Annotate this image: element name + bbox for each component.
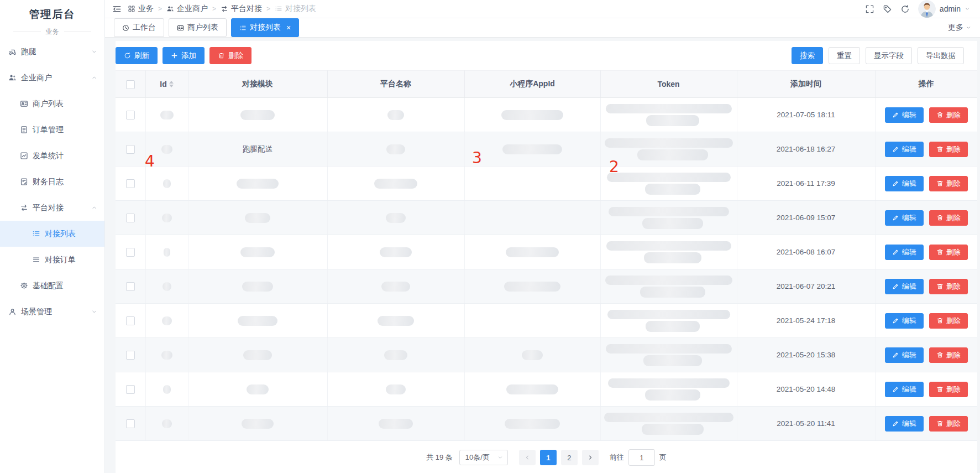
row-actions: 编辑删除 <box>876 313 977 329</box>
sidebar: 管理后台 业务 跑腿企业商户商户列表订单管理发单统计财务日志平台对接对接列表对接… <box>0 0 105 473</box>
pencil-icon <box>892 351 899 358</box>
sortable-header[interactable]: Id <box>160 80 173 89</box>
delete-button[interactable]: 删除 <box>929 416 968 432</box>
edit-button[interactable]: 编辑 <box>885 245 924 260</box>
edit-button[interactable]: 编辑 <box>885 142 924 157</box>
sidebar-item-label: 企业商户 <box>21 73 52 83</box>
page-number-2[interactable]: 2 <box>561 450 578 465</box>
delete-button[interactable]: 删除 <box>929 279 968 294</box>
tab-merchant-list[interactable]: 商户列表 <box>169 18 227 37</box>
delete-button[interactable]: 删除 <box>929 176 968 191</box>
id-cell <box>145 304 188 338</box>
edit-button[interactable]: 编辑 <box>885 279 924 294</box>
row-checkbox[interactable] <box>126 248 135 257</box>
row-checkbox[interactable] <box>126 214 135 222</box>
page-list: 12 <box>540 450 578 465</box>
delete-button[interactable]: 删除 <box>929 210 968 226</box>
edit-button[interactable]: 编辑 <box>885 382 924 397</box>
add-button[interactable]: 添加 <box>163 47 205 64</box>
token-blur-group <box>601 205 736 231</box>
refresh-icon[interactable] <box>900 4 910 14</box>
user-menu[interactable]: admin <box>918 0 970 18</box>
row-checkbox[interactable] <box>126 179 135 188</box>
row-checkbox[interactable] <box>126 316 135 325</box>
export-data-button[interactable]: 导出数据 <box>918 47 964 64</box>
redacted-blur <box>386 384 406 394</box>
breadcrumb-item-platform-docking[interactable]: 平台对接 <box>221 4 262 14</box>
select-all-checkbox[interactable] <box>126 80 135 89</box>
sidebar-item-docking-list[interactable]: 对接列表 <box>0 221 104 247</box>
redacted-blur <box>386 213 406 223</box>
sidebar-item-order-management[interactable]: 订单管理 <box>0 117 104 143</box>
sidebar-item-merchant-list[interactable]: 商户列表 <box>0 91 104 117</box>
chart-icon <box>20 152 28 160</box>
row-checkbox[interactable] <box>126 385 135 394</box>
row-select-cell <box>116 201 145 235</box>
edit-button[interactable]: 编辑 <box>885 347 924 363</box>
edit-button[interactable]: 编辑 <box>885 313 924 329</box>
sidebar-item-dispatch-stats[interactable]: 发单统计 <box>0 143 104 169</box>
next-page-button[interactable] <box>582 450 599 465</box>
page-size-select[interactable]: 10条/页 <box>459 450 508 465</box>
chevron-down-icon <box>497 455 503 460</box>
tab-docking-list[interactable]: 对接列表× <box>231 18 299 37</box>
redacted-blur <box>606 241 731 251</box>
sidebar-item-platform-docking[interactable]: 平台对接 <box>0 195 104 221</box>
trash-icon <box>218 52 225 59</box>
col-header-select-all[interactable] <box>116 71 145 98</box>
goto-page-input[interactable] <box>628 449 655 466</box>
delete-button[interactable]: 删除 <box>929 313 968 329</box>
platform-name-cell <box>327 235 464 269</box>
breadcrumb-separator: > <box>158 5 162 13</box>
edit-button-label: 编辑 <box>902 316 916 326</box>
row-checkbox[interactable] <box>126 419 135 428</box>
reset-button[interactable]: 重置 <box>829 47 860 64</box>
delete-button[interactable]: 删除 <box>929 107 968 123</box>
edit-button[interactable]: 编辑 <box>885 210 924 226</box>
edit-button[interactable]: 编辑 <box>885 107 924 123</box>
breadcrumb-item-enterprise-merchant[interactable]: 企业商户 <box>166 4 208 14</box>
sidebar-item-basic-config[interactable]: 基础配置 <box>0 273 104 299</box>
col-header-id[interactable]: Id <box>145 71 188 98</box>
row-select-cell <box>116 304 145 338</box>
row-checkbox[interactable] <box>126 111 135 119</box>
collapse-sidebar-icon[interactable] <box>112 4 122 14</box>
token-blur-group <box>601 377 736 402</box>
close-icon[interactable]: × <box>286 24 291 32</box>
row-checkbox[interactable] <box>126 282 135 291</box>
breadcrumb-item-docking-list[interactable]: 对接列表 <box>275 4 316 14</box>
sidebar-item-errand[interactable]: 跑腿 <box>0 39 104 65</box>
swap-icon <box>221 5 228 13</box>
sidebar-item-label: 对接列表 <box>45 229 76 239</box>
tab-workbench[interactable]: 工作台 <box>114 18 164 37</box>
breadcrumb-item-business[interactable]: 业务 <box>128 4 154 14</box>
pencil-icon <box>892 386 899 393</box>
prev-page-button[interactable] <box>519 450 536 465</box>
edit-button[interactable]: 编辑 <box>885 176 924 191</box>
refresh-button[interactable]: 刷新 <box>116 47 158 64</box>
row-select-cell <box>116 167 145 201</box>
sidebar-item-scene-management[interactable]: 场景管理 <box>0 299 104 325</box>
delete-button[interactable]: 删除 <box>929 142 968 157</box>
appid-cell <box>464 132 600 167</box>
more-dropdown[interactable]: 更多 <box>948 23 971 33</box>
row-checkbox[interactable] <box>126 351 135 360</box>
sort-caret-icon[interactable] <box>169 81 174 87</box>
delete-button[interactable]: 删除 <box>929 347 968 363</box>
clear-cache-icon[interactable] <box>883 4 892 14</box>
sidebar-item-docking-orders[interactable]: 对接订单 <box>0 247 104 273</box>
sidebar-item-enterprise-merchant[interactable]: 企业商户 <box>0 65 104 91</box>
sidebar-item-finance-log[interactable]: 财务日志 <box>0 169 104 195</box>
delete-button[interactable]: 删除 <box>929 245 968 260</box>
show-fields-button[interactable]: 显示字段 <box>866 47 912 64</box>
edit-button[interactable]: 编辑 <box>885 416 924 432</box>
page-number-1[interactable]: 1 <box>540 450 557 465</box>
redacted-blur <box>163 179 171 188</box>
search-button[interactable]: 搜索 <box>792 47 823 64</box>
row-checkbox[interactable] <box>126 145 135 154</box>
pager: 12 <box>519 450 599 465</box>
platform-name-cell <box>327 407 464 441</box>
delete-button[interactable]: 删除 <box>209 47 251 64</box>
delete-button[interactable]: 删除 <box>929 382 968 397</box>
fullscreen-icon[interactable] <box>865 4 874 14</box>
